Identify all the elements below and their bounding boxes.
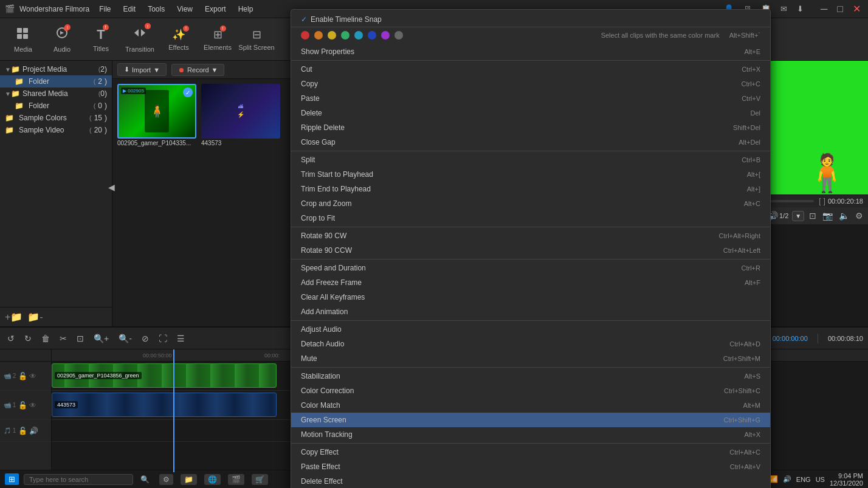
ctx-delete[interactable]: Delete Del <box>291 106 770 120</box>
ctx-color-correction[interactable]: Color Correction Ctrl+Shift+C <box>291 383 770 398</box>
ctx-detach-audio[interactable]: Detach Audio Ctrl+Alt+D <box>291 337 770 351</box>
import-button[interactable]: ⬇ Import ▼ <box>117 63 167 76</box>
zoom-out-button[interactable]: 🔍- <box>116 332 134 345</box>
color-mark-orange[interactable] <box>314 31 323 40</box>
ctx-cut[interactable]: Cut Ctrl+X <box>291 62 770 77</box>
folder-item[interactable]: 📁 Folder (2) <box>0 75 112 88</box>
audio-track-lock-icon[interactable]: 🔓 <box>18 427 27 435</box>
ctx-ripple-delete[interactable]: Ripple Delete Shift+Del <box>291 120 770 135</box>
audio-track-speaker-icon[interactable]: 🔊 <box>29 427 38 435</box>
ctx-copy[interactable]: Copy Ctrl+C <box>291 77 770 91</box>
cut-button[interactable]: ✂ <box>57 332 69 345</box>
preview-ratio-dropdown[interactable]: ▼ <box>792 211 804 221</box>
color-mark-purple[interactable] <box>381 31 390 40</box>
ctx-stabilization[interactable]: Stabilization Alt+S <box>291 369 770 383</box>
start-button[interactable]: ⊞ <box>5 473 19 485</box>
timeline-playhead[interactable] <box>173 349 174 472</box>
ctx-green-screen[interactable]: Green Screen Ctrl+Shift+G <box>291 413 770 427</box>
zoom-in-button[interactable]: 🔍+ <box>91 332 111 345</box>
media-thumb-1-label: 002905_gamer_P104335... <box>117 140 196 146</box>
menu-edit[interactable]: Edit <box>119 4 141 15</box>
media-card-2[interactable]: 🏙 ⚡ 443573 <box>201 84 280 146</box>
tool-elements[interactable]: ⊞ ! Elements <box>199 21 236 58</box>
ctx-color-match[interactable]: Color Match Alt+M <box>291 398 770 413</box>
preview-snapshot-button[interactable]: 📷 <box>821 210 834 222</box>
track-2-eye-icon[interactable]: 👁 <box>29 372 36 380</box>
taskbar-volume-icon[interactable]: 🔊 <box>783 475 791 483</box>
tool-effects[interactable]: ✨ ! Effects <box>160 21 197 58</box>
preview-settings-button[interactable]: ⚙ <box>854 210 864 222</box>
ctx-delete-effect[interactable]: Delete Effect <box>291 474 770 488</box>
shared-folder-item[interactable]: 📁 Folder (0) <box>0 100 112 112</box>
snap-label[interactable]: Enable Timeline Snap <box>311 15 382 24</box>
color-mark-blue[interactable] <box>368 31 376 40</box>
track-1-eye-icon[interactable]: 👁 <box>29 401 36 410</box>
shared-media-header[interactable]: ▼ 📁 Shared Media (0) <box>0 88 112 100</box>
clip-scifi[interactable]: 443573 <box>52 393 277 417</box>
folder-taskbar-icon[interactable]: 📁 <box>181 474 197 485</box>
ctx-show-properties[interactable]: Show Properties Alt+E <box>291 44 770 59</box>
undo-button[interactable]: ↺ <box>5 332 17 345</box>
media-thumb-1[interactable]: 🧍 ✓ ▶ 002905 <box>117 84 196 139</box>
ctx-trim-start[interactable]: Trim Start to Playhead Alt+[ <box>291 167 770 182</box>
color-mark-green[interactable] <box>341 31 350 40</box>
panel-expand-arrow[interactable]: ◀ <box>108 182 115 192</box>
add-folder-button[interactable]: +📁 <box>5 311 22 323</box>
ctx-motion-tracking[interactable]: Motion Tracking Alt+X <box>291 427 770 442</box>
crop-button[interactable]: ⊡ <box>74 332 86 345</box>
ctx-rotate-cw[interactable]: Rotate 90 CW Ctrl+Alt+Right <box>291 229 770 243</box>
remove-item-button[interactable]: 📁- <box>27 311 43 323</box>
settings-button[interactable]: ☰ <box>174 332 187 345</box>
sample-colors-item[interactable]: 📁 Sample Colors (15) <box>0 112 112 124</box>
minimize-button[interactable]: ─ <box>818 4 830 15</box>
sample-video-item[interactable]: 📁 Sample Video (20) <box>0 124 112 136</box>
color-mark-red[interactable] <box>301 31 309 40</box>
close-button[interactable]: ✕ <box>850 3 863 15</box>
app-title: Wondershare Filmora <box>19 5 89 13</box>
tool-splitscreen[interactable]: ⊟ Split Screen <box>238 21 275 58</box>
record-button[interactable]: ⏺ Record ▼ <box>171 64 224 76</box>
color-mark-cyan[interactable] <box>354 31 363 40</box>
menu-view[interactable]: View <box>172 4 198 15</box>
settings-taskbar-icon[interactable]: ⚙ <box>159 474 173 485</box>
preview-fit-button[interactable]: ⊡ <box>808 210 818 222</box>
audio-icon: ! ! <box>55 26 69 43</box>
tool-transition[interactable]: ! Transition <box>122 21 158 58</box>
ctx-trim-end[interactable]: Trim End to Playhead Alt+] <box>291 182 770 196</box>
media-card-1[interactable]: 🧍 ✓ ▶ 002905 002905_gamer_P104335... <box>117 84 196 146</box>
media-thumb-2[interactable]: 🏙 ⚡ <box>201 84 280 139</box>
track-2-lock-icon[interactable]: 🔓 <box>18 372 27 380</box>
browser-taskbar-icon[interactable]: 🌐 <box>204 474 221 485</box>
menu-file[interactable]: File <box>94 4 115 15</box>
ctx-crop-fit[interactable]: Crop to Fit <box>291 211 770 225</box>
ctx-rotate-ccw[interactable]: Rotate 90 CCW Ctrl+Alt+Left <box>291 243 770 258</box>
store-taskbar-icon[interactable]: 🛒 <box>252 474 268 485</box>
ctx-copy-effect[interactable]: Copy Effect Ctrl+Alt+C <box>291 445 770 459</box>
tool-media[interactable]: Media <box>5 21 41 58</box>
menu-tools[interactable]: Tools <box>143 4 170 15</box>
ctx-speed[interactable]: Speed and Duration Ctrl+R <box>291 261 770 275</box>
ctx-crop-zoom[interactable]: Crop and Zoom Alt+C <box>291 196 770 211</box>
maximize-button[interactable]: □ <box>835 4 846 15</box>
filmora-taskbar-icon[interactable]: 🎬 <box>228 474 244 485</box>
delete-button[interactable]: 🗑 <box>39 332 52 345</box>
search-icon: 🔍 <box>140 475 150 484</box>
redo-button[interactable]: ↻ <box>22 332 34 345</box>
color-mark-yellow[interactable] <box>328 31 336 40</box>
ctx-mute[interactable]: Mute Ctrl+Shift+M <box>291 351 770 366</box>
fullscreen-button[interactable]: ⛶ <box>156 332 170 345</box>
menu-help[interactable]: Help <box>233 4 258 15</box>
preview-speaker-button[interactable]: 🔈 <box>838 210 850 222</box>
tool-audio[interactable]: ! ! Audio <box>44 21 80 58</box>
tool-titles[interactable]: T ! Titles <box>83 21 119 58</box>
taskbar-search[interactable] <box>24 474 133 485</box>
project-media-header[interactable]: ▼ 📁 Project Media (2) <box>0 63 112 75</box>
project-media-count-val: 2 <box>100 65 105 74</box>
split-button[interactable]: ⊘ <box>139 332 151 345</box>
menu-export[interactable]: Export <box>200 4 231 15</box>
color-mark-gray[interactable] <box>394 31 403 40</box>
ctx-add-animation[interactable]: Add Animation <box>291 304 770 319</box>
ctx-split[interactable]: Split Ctrl+B <box>291 153 770 167</box>
clip-green-screen[interactable]: 002905_gamer_P1043856_green <box>52 363 277 388</box>
track-1-lock-icon[interactable]: 🔓 <box>18 401 27 410</box>
